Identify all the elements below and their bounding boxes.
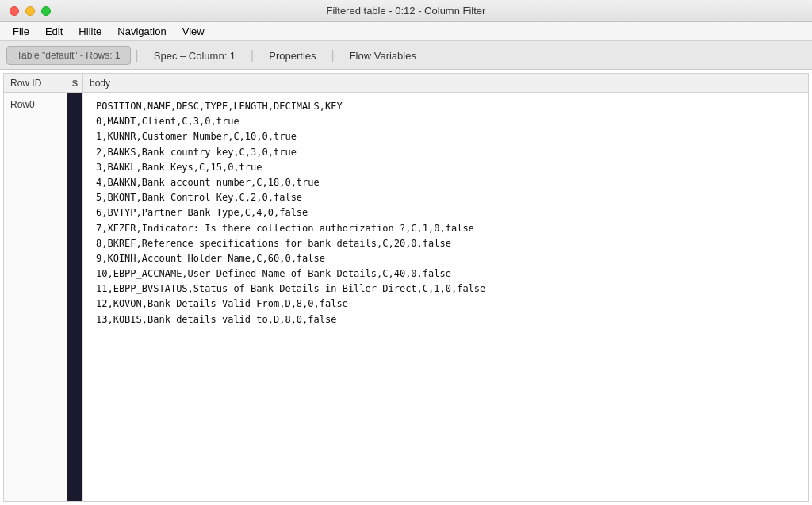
tab-divider-1: | — [136, 48, 139, 63]
header-row-id: Row ID — [4, 74, 67, 92]
menu-view[interactable]: View — [176, 24, 211, 39]
window-controls — [10, 6, 51, 16]
menu-bar: File Edit Hilite Navigation View — [0, 22, 812, 41]
table-body[interactable]: Row0 POSITION,NAME,DESC,TYPE,LENGTH,DECI… — [4, 93, 808, 501]
cell-body: POSITION,NAME,DESC,TYPE,LENGTH,DECIMALS,… — [83, 93, 808, 501]
header-body: body — [83, 78, 808, 89]
title-bar: Filtered table - 0:12 - Column Filter — [0, 0, 812, 22]
close-button[interactable] — [10, 6, 19, 16]
tab-spec-column[interactable]: Spec – Column: 1 — [140, 44, 249, 67]
window-title: Filtered table - 0:12 - Column Filter — [327, 5, 486, 17]
menu-navigation[interactable]: Navigation — [111, 24, 172, 39]
tab-divider-2: | — [251, 48, 254, 63]
tab-divider-3: | — [331, 48, 335, 63]
table-area: Row ID S body Row0 POSITION,NAME,DESC,TY… — [3, 73, 809, 502]
maximize-button[interactable] — [41, 6, 51, 16]
menu-edit[interactable]: Edit — [39, 24, 69, 39]
minimize-button[interactable] — [25, 6, 35, 16]
tab-flow-variables[interactable]: Flow Variables — [336, 44, 430, 67]
tab-properties[interactable]: Properties — [255, 44, 329, 67]
cell-row-id: Row0 — [4, 93, 67, 501]
menu-file[interactable]: File — [6, 24, 36, 39]
table-header: Row ID S body — [4, 74, 808, 93]
header-s-icon: S — [67, 74, 83, 92]
tab-bar: Table "default" - Rows: 1 | Spec – Colum… — [0, 41, 812, 70]
menu-hilite[interactable]: Hilite — [72, 24, 108, 39]
cell-s-marker — [67, 93, 83, 501]
table-info: Table "default" - Rows: 1 — [6, 46, 131, 65]
main-content: Row ID S body Row0 POSITION,NAME,DESC,TY… — [0, 70, 812, 505]
